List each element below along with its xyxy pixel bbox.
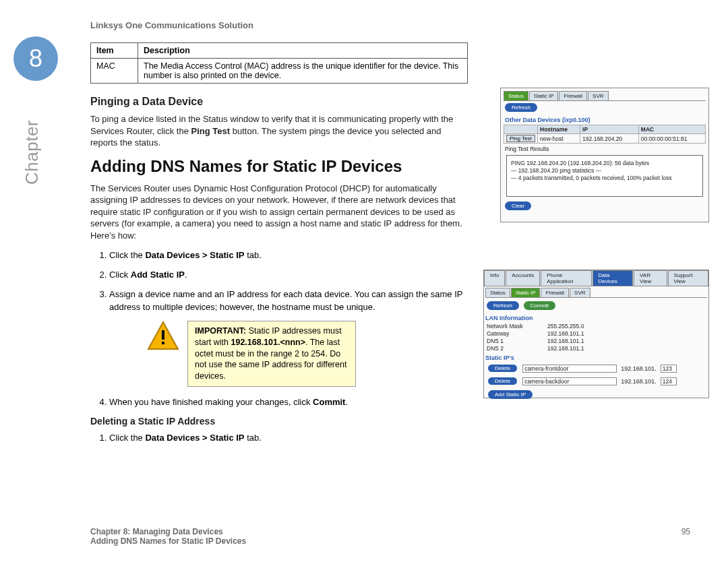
svg-rect-1 <box>162 330 164 340</box>
step-item: Click the Data Devices > Static IP tab. <box>109 249 468 262</box>
tab-static-ip[interactable]: Static IP <box>529 91 559 100</box>
ping-results-box: PING 192.168.204.20 (192.168.204.20): 56… <box>506 155 703 197</box>
body-paragraph: The Services Router uses Dynamic Host Co… <box>90 183 468 242</box>
tab-firewall[interactable]: Firewall <box>541 288 569 297</box>
step-item: Click the Data Devices > Static IP tab. <box>109 432 468 445</box>
page-footer: Chapter 8: Managing Data Devices Adding … <box>90 527 710 546</box>
devices-table: Hostname IP MAC Ping Test new-host 192.1… <box>504 125 706 144</box>
tab-status[interactable]: Status <box>504 91 528 100</box>
other-devices-title: Other Data Devices (ixp0.100) <box>505 117 706 123</box>
refresh-button[interactable]: Refresh <box>505 103 537 112</box>
ip-prefix-label: 192.168.101. <box>621 378 657 385</box>
add-static-ip-button[interactable]: Add Static IP <box>488 390 533 399</box>
step-item: When you have finished making your chang… <box>109 396 468 409</box>
footer-section: Adding DNS Names for Static IP Devices <box>90 536 246 546</box>
tab-status[interactable]: Status <box>485 288 510 297</box>
table-header-desc: Description <box>138 43 468 59</box>
chapter-number-badge: 8 <box>13 36 58 81</box>
page-header: Linksys One Communications Solution <box>90 20 710 30</box>
top-tab-accounts[interactable]: Accounts <box>506 270 540 286</box>
delete-button[interactable]: Delete <box>488 365 517 372</box>
hostname-input[interactable]: camera-backdoor <box>522 377 617 385</box>
static-ips-title: Static IP's <box>485 354 708 361</box>
screenshot-ping-status: Status Static IP Firewall SVR Refresh Ot… <box>500 88 709 222</box>
body-paragraph: To ping a device listed in the Status wi… <box>90 113 468 149</box>
table-cell-desc: The Media Access Control (MAC) address i… <box>138 59 468 84</box>
top-tab-data-devices[interactable]: Data Devices <box>593 270 634 286</box>
chapter-number: 8 <box>29 44 42 73</box>
table-cell-item: MAC <box>91 59 138 84</box>
static-ip-row: Delete camera-frontdoor 192.168.101. 123 <box>487 363 706 374</box>
tab-static-ip[interactable]: Static IP <box>511 288 541 297</box>
ip-octet-input[interactable]: 124 <box>661 377 677 385</box>
ordered-steps: When you have finished making your chang… <box>90 396 468 409</box>
description-table: Item Description MAC The Media Access Co… <box>90 42 468 84</box>
table-row: Ping Test new-host 192.168.204.20 00:00:… <box>504 134 706 144</box>
tab-svr[interactable]: SVR <box>570 288 590 297</box>
svg-rect-2 <box>162 342 164 344</box>
top-tab-var[interactable]: VAR View <box>634 270 667 286</box>
step-item: Click Add Static IP. <box>109 269 468 282</box>
important-box: IMPORTANT: Static IP addresses must star… <box>187 321 356 387</box>
refresh-button[interactable]: Refresh <box>487 301 519 310</box>
screenshot-static-ip: Info Accounts Phone Application Data Dev… <box>483 270 709 398</box>
tab-firewall[interactable]: Firewall <box>559 91 587 100</box>
tab-svr[interactable]: SVR <box>588 91 608 100</box>
ping-results-label: Ping Test Results <box>505 146 706 152</box>
footer-chapter: Chapter 8: Managing Data Devices <box>90 527 223 536</box>
section-heading: Deleting a Static IP Address <box>90 416 710 427</box>
step-item: Assign a device name and an IP address f… <box>109 288 468 314</box>
hostname-input[interactable]: camera-frontdoor <box>522 365 617 373</box>
static-ip-row: Delete camera-backdoor 192.168.101. 124 <box>487 375 706 387</box>
ip-prefix-label: 192.168.101. <box>621 365 657 372</box>
clear-button[interactable]: Clear <box>505 201 531 210</box>
chapter-sidebar: 8 Chapter <box>9 36 63 144</box>
ordered-steps: Click the Data Devices > Static IP tab. … <box>90 249 468 313</box>
ping-test-button[interactable]: Ping Test <box>506 135 535 142</box>
ip-octet-input[interactable]: 123 <box>661 365 677 373</box>
lan-info-title: LAN Information <box>485 315 708 321</box>
table-row: MAC The Media Access Control (MAC) addre… <box>91 59 468 84</box>
warning-icon <box>147 321 179 350</box>
delete-button[interactable]: Delete <box>488 377 517 385</box>
top-tab-info[interactable]: Info <box>484 270 505 286</box>
table-header-item: Item <box>91 43 138 59</box>
chapter-label: Chapter <box>22 120 42 185</box>
page-number: 95 <box>681 527 690 536</box>
lan-info-grid: Network Mask255.255.255.0 Gateway192.168… <box>484 323 708 352</box>
ordered-steps: Click the Data Devices > Static IP tab. <box>90 432 468 445</box>
commit-button[interactable]: Commit <box>524 301 556 310</box>
top-tab-phone[interactable]: Phone Application <box>541 270 591 286</box>
top-tab-support[interactable]: Support View <box>668 270 708 286</box>
